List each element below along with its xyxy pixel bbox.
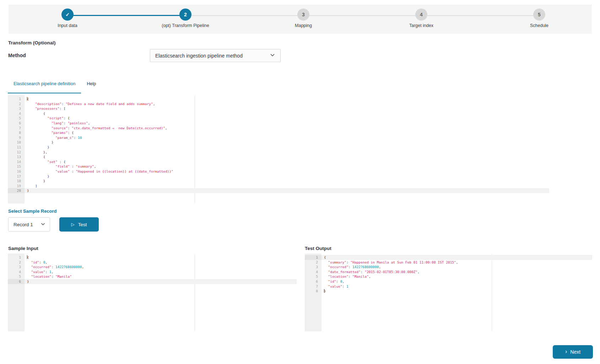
line-number: 8 <box>8 130 25 135</box>
tab-pipeline-definition[interactable]: Elasticsearch pipeline definition <box>8 78 81 93</box>
step-mapping[interactable]: 3Mapping <box>264 9 342 28</box>
code-line[interactable]: 15 "field" : "summary", <box>8 164 549 169</box>
step-label: (opt) Transform Pipeline <box>146 23 225 28</box>
record-select[interactable]: Record 1 <box>8 217 50 232</box>
step-number: 3 <box>297 9 309 21</box>
code-line[interactable]: 5 "location": "Manila" <box>8 274 297 279</box>
line-number: 8 <box>305 289 321 294</box>
next-button-label: Next <box>570 349 580 355</box>
tab-help[interactable]: Help <box>81 78 102 93</box>
code-line[interactable]: 6} <box>8 279 297 284</box>
code-line[interactable]: 18 } <box>8 179 549 184</box>
code-line[interactable]: 7 "value": 1 <box>305 284 592 289</box>
line-number: 4 <box>8 111 25 116</box>
line-number: 5 <box>8 116 25 121</box>
step-number: 4 <box>415 9 427 21</box>
select-sample-record-title: Select Sample Record <box>8 208 57 214</box>
sample-input-editor[interactable]: 1{2 "id": 0,3 "occurred": 1422768600000,… <box>8 254 297 331</box>
code-line[interactable]: 10 } <box>8 140 549 145</box>
line-number: 1 <box>8 97 25 102</box>
text-cursor <box>27 97 27 100</box>
line-number: 3 <box>8 106 25 111</box>
chevron-down-icon <box>270 52 275 59</box>
line-number: 5 <box>305 274 321 279</box>
code-line[interactable]: 3 "occurred": 1422768600000, <box>8 265 297 270</box>
code-line[interactable]: 4 "value": 1, <box>8 270 297 275</box>
editor-tabs: Elasticsearch pipeline definitionHelp <box>8 78 102 93</box>
line-number: 1 <box>8 255 25 260</box>
line-number: 7 <box>8 126 25 131</box>
code-line[interactable]: 5 "script": { <box>8 116 549 121</box>
method-label: Method <box>8 53 26 58</box>
code-line[interactable]: 8 "params": { <box>8 130 549 135</box>
code-line[interactable]: 4 { <box>8 111 549 116</box>
chevron-right-icon: › <box>565 349 567 354</box>
step-target-index[interactable]: 4Target index <box>382 9 460 28</box>
line-number: 16 <box>8 169 25 174</box>
pipeline-definition-editor[interactable]: 1{2 "description": "Defines a new date f… <box>8 95 549 203</box>
method-select[interactable]: Elasticsearch ingestion pipeline method <box>150 49 281 62</box>
code-line[interactable]: 1{ <box>305 255 592 260</box>
line-number: 1 <box>305 255 321 260</box>
code-line[interactable]: 6 "lang": "painless", <box>8 121 549 126</box>
step-schedule[interactable]: 5Schedule <box>500 9 578 28</box>
code-line[interactable]: 2 "description": "Defines a new date fie… <box>8 102 549 107</box>
line-number: 4 <box>8 270 25 275</box>
step-label: Input data <box>28 23 107 28</box>
method-selected-value: Elasticsearch ingestion pipeline method <box>155 53 270 59</box>
line-number: 6 <box>305 279 321 284</box>
code-line[interactable]: 1{ <box>8 97 549 102</box>
code-line[interactable]: 2 "summary": "Happened in Manila at Sun … <box>305 260 592 265</box>
code-line[interactable]: 19 ] <box>8 184 549 189</box>
line-number: 15 <box>8 164 25 169</box>
code-line[interactable]: 14 "set" : { <box>8 159 549 164</box>
code-line[interactable]: 1{ <box>8 255 297 260</box>
sample-input-title: Sample Input <box>8 246 38 251</box>
step-transform-pipeline[interactable]: 2(opt) Transform Pipeline <box>146 9 225 28</box>
line-number: 10 <box>8 140 25 145</box>
test-button[interactable]: ▷ Test <box>59 217 99 232</box>
test-output-editor[interactable]: 1{2 "summary": "Happened in Manila at Su… <box>305 254 592 331</box>
line-number: 2 <box>8 260 25 265</box>
line-number: 5 <box>8 274 25 279</box>
line-number: 6 <box>8 279 25 284</box>
line-number: 4 <box>305 270 321 275</box>
code-line[interactable]: 7 "source": "ctx.date_formatted = new Da… <box>8 126 549 131</box>
step-input-data[interactable]: ✓Input data <box>28 9 107 28</box>
line-number: 13 <box>8 154 25 159</box>
code-line[interactable]: 5 "location": "Manila", <box>305 274 592 279</box>
test-output-title: Test Output <box>305 246 331 251</box>
code-line[interactable]: 16 "value" : "Happened in {{location}} a… <box>8 169 549 174</box>
line-number: 3 <box>305 265 321 270</box>
line-number: 11 <box>8 145 25 150</box>
code-line[interactable]: 3 "processors": [ <box>8 106 549 111</box>
line-number: 3 <box>8 265 25 270</box>
step-number: 2 <box>179 9 191 21</box>
chevron-down-icon <box>40 222 45 228</box>
code-line[interactable]: 4 "date_formatted": "2015-02-01T05:30:00… <box>305 270 592 275</box>
line-number: 18 <box>8 179 25 184</box>
code-line[interactable]: 8} <box>305 289 592 294</box>
line-number: 6 <box>8 121 25 126</box>
next-button[interactable]: › Next <box>553 345 593 359</box>
play-icon: ▷ <box>71 222 75 227</box>
line-number: 9 <box>8 135 25 140</box>
code-line[interactable]: 13 { <box>8 154 549 159</box>
line-number: 12 <box>8 150 25 155</box>
test-button-label: Test <box>78 222 87 227</box>
text-cursor <box>27 255 27 259</box>
code-line[interactable]: 20} <box>8 188 549 193</box>
code-line[interactable]: 6 "id": 0, <box>305 279 592 284</box>
code-line[interactable]: 2 "id": 0, <box>8 260 297 265</box>
code-line[interactable]: 11 } <box>8 145 549 150</box>
code-line[interactable]: 17 } <box>8 174 549 179</box>
text-cursor <box>324 289 324 293</box>
step-label: Mapping <box>264 23 342 28</box>
code-line[interactable]: 3 "occurred": 1422768600000, <box>305 265 592 270</box>
line-number: 7 <box>305 284 321 289</box>
code-line[interactable]: 12 }, <box>8 150 549 155</box>
step-label: Schedule <box>500 23 578 28</box>
record-selected-value: Record 1 <box>13 222 40 227</box>
transform-section-title: Transform (Optional) <box>8 40 56 45</box>
code-line[interactable]: 9 "param_c": 10 <box>8 135 549 140</box>
